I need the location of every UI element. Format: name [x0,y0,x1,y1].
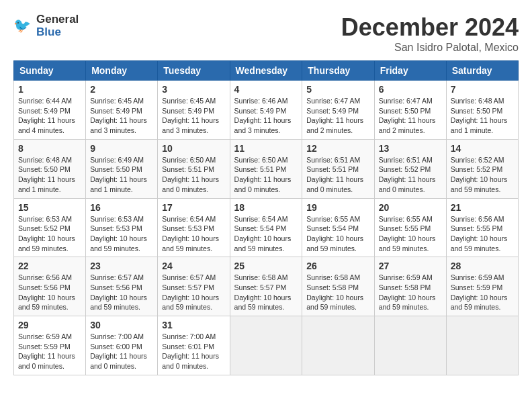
table-row [230,316,302,375]
title-block: December 2024 San Isidro Palotal, Mexico [341,13,519,54]
day-info: Sunrise: 6:53 AM Sunset: 5:52 PM Dayligh… [18,214,81,254]
header-friday: Friday [374,61,446,81]
table-row: 25Sunrise: 6:58 AM Sunset: 5:57 PM Dayli… [230,257,302,316]
table-row: 11Sunrise: 6:50 AM Sunset: 5:51 PM Dayli… [230,139,302,198]
table-row: 19Sunrise: 6:55 AM Sunset: 5:54 PM Dayli… [302,198,374,257]
logo-general: General [36,13,79,26]
header-monday: Monday [86,61,158,81]
logo-blue: Blue [36,26,79,39]
day-info: Sunrise: 6:53 AM Sunset: 5:53 PM Dayligh… [90,214,153,254]
page-header: 🐦 General Blue December 2024 San Isidro … [13,13,519,54]
day-info: Sunrise: 6:57 AM Sunset: 5:57 PM Dayligh… [162,273,225,312]
header-wednesday: Wednesday [230,61,302,81]
table-row [446,316,518,375]
day-number: 12 [306,143,369,154]
month-title: December 2024 [341,13,519,42]
logo-icon: 🐦 [13,15,34,38]
table-row: 24Sunrise: 6:57 AM Sunset: 5:57 PM Dayli… [158,257,230,316]
logo-text: General Blue [36,13,79,38]
day-info: Sunrise: 6:51 AM Sunset: 5:52 PM Dayligh… [379,155,442,195]
day-info: Sunrise: 6:50 AM Sunset: 5:51 PM Dayligh… [162,155,225,195]
day-number: 6 [379,84,442,95]
calendar-table: Sunday Monday Tuesday Wednesday Thursday… [13,60,519,375]
table-row: 16Sunrise: 6:53 AM Sunset: 5:53 PM Dayli… [86,198,158,257]
table-row: 10Sunrise: 6:50 AM Sunset: 5:51 PM Dayli… [158,139,230,198]
day-number: 14 [451,143,514,154]
day-info: Sunrise: 6:47 AM Sunset: 5:50 PM Dayligh… [379,96,442,136]
day-number: 15 [18,202,81,213]
day-info: Sunrise: 6:59 AM Sunset: 5:59 PM Dayligh… [18,332,81,371]
table-row: 26Sunrise: 6:58 AM Sunset: 5:58 PM Dayli… [302,257,374,316]
day-info: Sunrise: 6:58 AM Sunset: 5:57 PM Dayligh… [234,273,298,312]
header-row: Sunday Monday Tuesday Wednesday Thursday… [14,61,519,81]
day-number: 11 [234,143,298,154]
day-info: Sunrise: 6:58 AM Sunset: 5:58 PM Dayligh… [306,273,369,312]
table-row: 9Sunrise: 6:49 AM Sunset: 5:50 PM Daylig… [86,139,158,198]
day-info: Sunrise: 6:45 AM Sunset: 5:49 PM Dayligh… [162,96,225,136]
day-number: 16 [90,202,153,213]
day-number: 3 [162,84,225,95]
day-number: 5 [306,84,369,95]
table-row: 1Sunrise: 6:44 AM Sunset: 5:49 PM Daylig… [14,81,86,140]
table-row: 17Sunrise: 6:54 AM Sunset: 5:53 PM Dayli… [158,198,230,257]
day-info: Sunrise: 6:50 AM Sunset: 5:51 PM Dayligh… [234,155,298,195]
table-row: 27Sunrise: 6:59 AM Sunset: 5:58 PM Dayli… [374,257,446,316]
table-row: 20Sunrise: 6:55 AM Sunset: 5:55 PM Dayli… [374,198,446,257]
day-info: Sunrise: 6:44 AM Sunset: 5:49 PM Dayligh… [18,96,81,136]
table-row [302,316,374,375]
day-number: 7 [451,84,514,95]
day-number: 18 [234,202,298,213]
day-info: Sunrise: 6:46 AM Sunset: 5:49 PM Dayligh… [234,96,298,136]
table-row: 21Sunrise: 6:56 AM Sunset: 5:55 PM Dayli… [446,198,518,257]
table-row: 14Sunrise: 6:52 AM Sunset: 5:52 PM Dayli… [446,139,518,198]
day-number: 2 [90,84,153,95]
day-number: 9 [90,143,153,154]
day-number: 23 [90,261,153,271]
day-info: Sunrise: 6:55 AM Sunset: 5:54 PM Dayligh… [306,214,369,254]
day-info: Sunrise: 6:59 AM Sunset: 5:58 PM Dayligh… [379,273,442,312]
day-info: Sunrise: 6:48 AM Sunset: 5:50 PM Dayligh… [451,96,514,136]
day-number: 4 [234,84,298,95]
day-number: 13 [379,143,442,154]
header-sunday: Sunday [14,61,86,81]
table-row: 13Sunrise: 6:51 AM Sunset: 5:52 PM Dayli… [374,139,446,198]
table-row: 30Sunrise: 7:00 AM Sunset: 6:00 PM Dayli… [86,316,158,375]
day-number: 8 [18,143,81,154]
day-info: Sunrise: 7:00 AM Sunset: 6:01 PM Dayligh… [162,332,225,371]
table-row: 5Sunrise: 6:47 AM Sunset: 5:49 PM Daylig… [302,81,374,140]
day-info: Sunrise: 6:51 AM Sunset: 5:51 PM Dayligh… [306,155,369,195]
table-row: 6Sunrise: 6:47 AM Sunset: 5:50 PM Daylig… [374,81,446,140]
day-info: Sunrise: 6:45 AM Sunset: 5:49 PM Dayligh… [90,96,153,136]
table-row: 28Sunrise: 6:59 AM Sunset: 5:59 PM Dayli… [446,257,518,316]
day-info: Sunrise: 6:57 AM Sunset: 5:56 PM Dayligh… [90,273,153,312]
day-info: Sunrise: 6:49 AM Sunset: 5:50 PM Dayligh… [90,155,153,195]
table-row: 15Sunrise: 6:53 AM Sunset: 5:52 PM Dayli… [14,198,86,257]
day-number: 1 [18,84,81,95]
day-number: 25 [234,261,298,271]
day-number: 26 [306,261,369,271]
day-number: 31 [162,320,225,330]
day-info: Sunrise: 6:54 AM Sunset: 5:54 PM Dayligh… [234,214,298,254]
table-row: 12Sunrise: 6:51 AM Sunset: 5:51 PM Dayli… [302,139,374,198]
header-saturday: Saturday [446,61,518,81]
day-info: Sunrise: 7:00 AM Sunset: 6:00 PM Dayligh… [90,332,153,371]
day-number: 20 [379,202,442,213]
table-row: 4Sunrise: 6:46 AM Sunset: 5:49 PM Daylig… [230,81,302,140]
header-tuesday: Tuesday [158,61,230,81]
day-info: Sunrise: 6:47 AM Sunset: 5:49 PM Dayligh… [306,96,369,136]
day-info: Sunrise: 6:48 AM Sunset: 5:50 PM Dayligh… [18,155,81,195]
table-row: 18Sunrise: 6:54 AM Sunset: 5:54 PM Dayli… [230,198,302,257]
table-row: 29Sunrise: 6:59 AM Sunset: 5:59 PM Dayli… [14,316,86,375]
logo: 🐦 General Blue [13,13,79,38]
location: San Isidro Palotal, Mexico [341,42,519,54]
day-number: 17 [162,202,225,213]
day-number: 28 [451,261,514,271]
table-row: 2Sunrise: 6:45 AM Sunset: 5:49 PM Daylig… [86,81,158,140]
day-info: Sunrise: 6:56 AM Sunset: 5:56 PM Dayligh… [18,273,81,312]
table-row: 23Sunrise: 6:57 AM Sunset: 5:56 PM Dayli… [86,257,158,316]
day-info: Sunrise: 6:56 AM Sunset: 5:55 PM Dayligh… [451,214,514,254]
day-number: 10 [162,143,225,154]
table-row: 31Sunrise: 7:00 AM Sunset: 6:01 PM Dayli… [158,316,230,375]
svg-text:🐦: 🐦 [13,16,32,34]
day-number: 29 [18,320,81,330]
